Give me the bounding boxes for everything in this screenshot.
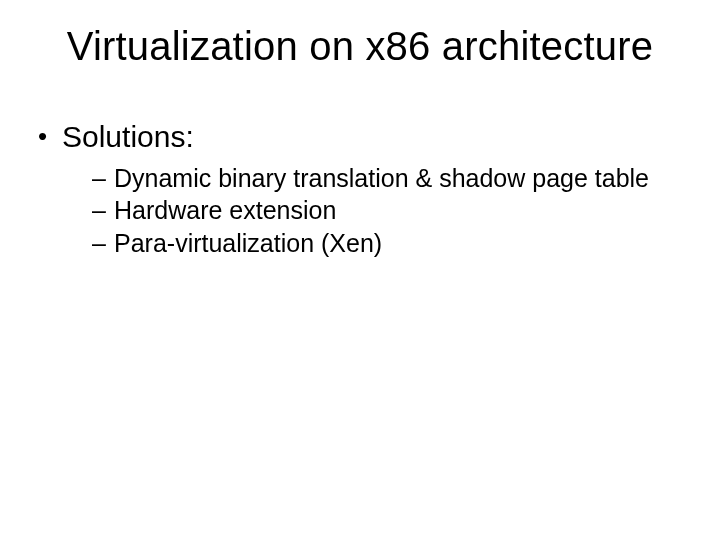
slide-title: Virtualization on x86 architecture — [0, 24, 720, 69]
bullet-list-level2: Dynamic binary translation & shadow page… — [62, 162, 680, 260]
list-item: Dynamic binary translation & shadow page… — [92, 162, 680, 195]
bullet-text: Para-virtualization (Xen) — [114, 229, 382, 257]
bullet-text: Dynamic binary translation & shadow page… — [114, 164, 649, 192]
bullet-text: Hardware extension — [114, 196, 336, 224]
list-item: Hardware extension — [92, 194, 680, 227]
list-item: Para-virtualization (Xen) — [92, 227, 680, 260]
bullet-text: Solutions: — [62, 120, 194, 153]
bullet-list-level1: Solutions: Dynamic binary translation & … — [36, 118, 680, 259]
slide: Virtualization on x86 architecture Solut… — [0, 0, 720, 540]
list-item: Solutions: Dynamic binary translation & … — [36, 118, 680, 259]
slide-body: Solutions: Dynamic binary translation & … — [36, 118, 680, 267]
